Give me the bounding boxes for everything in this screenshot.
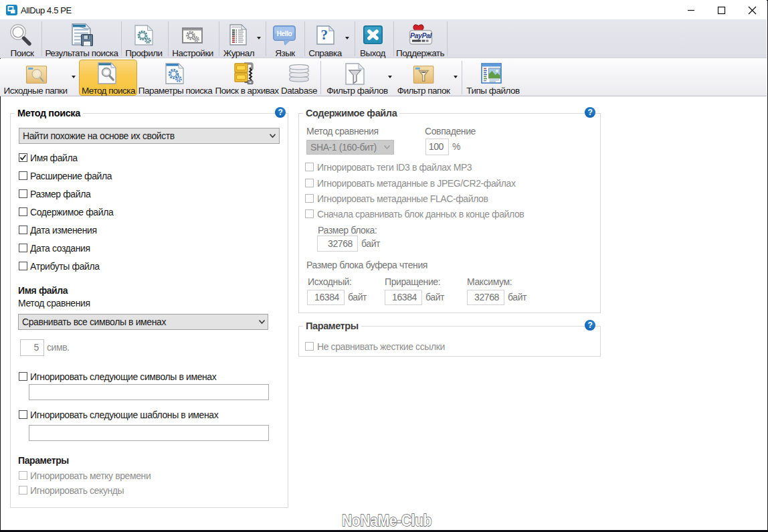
svg-text:PayPal: PayPal <box>410 31 433 39</box>
svg-text:NoNaMe-Club: NoNaMe-Club <box>342 512 431 529</box>
svg-text:Hello: Hello <box>277 30 292 37</box>
svg-text:?: ? <box>320 27 327 43</box>
